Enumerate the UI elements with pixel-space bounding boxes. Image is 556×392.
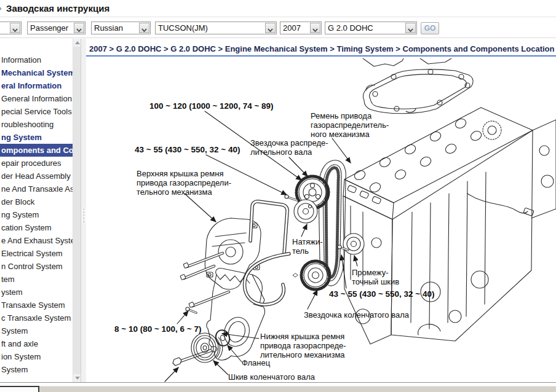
bottom-scrollbar[interactable]: [0, 386, 556, 392]
sidebar-item[interactable]: epair procedures: [0, 157, 73, 170]
sidebar-scrollbar[interactable]: [73, 39, 81, 382]
sidebar-item[interactable]: ne And Transaxle As: [0, 182, 73, 195]
sidebar-item[interactable]: der Head Assembly: [0, 170, 73, 182]
sidebar-item[interactable]: ng System: [0, 208, 73, 221]
sidebar-item-selected[interactable]: omponents and Co: [0, 144, 73, 157]
sidebar-item[interactable]: ft and axle: [0, 337, 73, 350]
sidebar-item[interactable]: Electrical System: [0, 247, 73, 260]
content-pane: 2007 > G 2.0 DOHC > G 2.0 DOHC > Engine …: [86, 39, 556, 382]
sidebar-item[interactable]: Mechanical System: [0, 66, 73, 79]
torque-spec-label: 43 ~ 55 (430 ~ 550, 32 ~ 40): [135, 145, 240, 154]
timing-system-diagram: 100 ~ 120 (1000 ~ 1200, 74 ~ 89) 43 ~ 55…: [86, 58, 556, 382]
upper-cover-label: Верхняя крышка ремня привода газораспред…: [137, 169, 231, 197]
sidebar-item[interactable]: roubleshooting: [0, 118, 73, 131]
tensioner-label: Натяжи- тель: [292, 237, 323, 256]
breadcrumb: 2007 > G 2.0 DOHC > G 2.0 DOHC > Engine …: [89, 44, 554, 53]
sidebar-item[interactable]: cation System: [0, 221, 73, 234]
go-button[interactable]: GO: [421, 22, 439, 34]
app-window: › Заводская инструкция Passenger Russian…: [0, 0, 556, 392]
chevron-down-icon[interactable]: [265, 23, 276, 33]
sidebar-item[interactable]: System: [0, 324, 73, 337]
sidebar-item[interactable]: ng System: [0, 131, 73, 144]
chevron-down-icon[interactable]: [139, 23, 149, 33]
language-select-value: Russian: [94, 23, 138, 34]
idler-pulley-label: Промежу- точный шкив: [352, 268, 399, 286]
grip-dots-icon[interactable]: [82, 208, 85, 224]
timing-belt-label: Ремень привода газораспределитель- ного …: [311, 111, 389, 139]
year-select-value: 2007: [283, 23, 309, 34]
sidebar-item[interactable]: e And Exhaust Syste: [0, 234, 73, 247]
sidebar-item[interactable]: tem: [0, 273, 73, 286]
sidebar-item[interactable]: ystem: [0, 286, 73, 299]
sidebar-item[interactable]: c Transaxle System: [0, 312, 73, 324]
sidebar-item[interactable]: eral Information: [0, 79, 73, 92]
torque-spec-label: 100 ~ 120 (1000 ~ 1200, 74 ~ 89): [149, 101, 274, 111]
vehicle-selector-toolbar: Passenger Russian TUCSON(JM) 2007 G 2.0 …: [0, 18, 556, 38]
sidebar-item[interactable]: ion System: [0, 350, 73, 363]
language-select[interactable]: Russian: [91, 22, 151, 34]
sidebar-item[interactable]: Transaxle System: [0, 299, 73, 312]
sidebar-item[interactable]: General Information: [0, 92, 73, 105]
engine-select[interactable]: G 2.0 DOHC: [325, 22, 417, 34]
sidebar-item[interactable]: n Control System: [0, 260, 73, 273]
sidebar-item[interactable]: pecial Service Tools: [0, 105, 73, 118]
lower-cover-label: Нижняя крышка ремня привода газораспреде…: [260, 332, 346, 359]
region-select[interactable]: [0, 22, 22, 34]
flange-label: Фланец: [242, 358, 270, 367]
model-select[interactable]: TUCSON(JM): [155, 22, 277, 34]
torque-spec-label: 43 ~ 55 (430 ~ 550, 32 ~ 40): [329, 289, 435, 299]
type-select-value: Passenger: [30, 23, 73, 34]
chevron-down-icon[interactable]: [10, 23, 20, 33]
sidebar-item[interactable]: Information: [0, 53, 73, 66]
model-select-value: TUCSON(JM): [158, 23, 264, 34]
bottom-scrollbar-thumb[interactable]: [0, 386, 39, 392]
frame-border: [0, 382, 556, 383]
type-select[interactable]: Passenger: [27, 22, 85, 34]
page-title: Заводская инструкция: [6, 3, 109, 14]
chevron-down-icon[interactable]: [74, 23, 84, 33]
crank-pulley-label: Шкив коленчатого вала: [228, 372, 315, 382]
breadcrumb-chevron-icon: ›: [0, 3, 2, 13]
chevron-down-icon[interactable]: [310, 23, 320, 33]
sidebar-item[interactable]: System: [0, 363, 73, 376]
torque-spec-label: 8 ~ 10 (80 ~ 100, 6 ~ 7): [114, 324, 201, 334]
title-bar: › Заводская инструкция: [0, 0, 556, 17]
pane-splitter[interactable]: [81, 39, 86, 382]
chevron-down-icon[interactable]: [405, 23, 416, 33]
sidebar-item[interactable]: der Block: [0, 195, 73, 208]
breadcrumb-divider: [86, 55, 556, 57]
camshaft-sprocket-label: Звездочка распреде- лительного вала: [250, 138, 328, 157]
engine-select-value: G 2.0 DOHC: [328, 23, 405, 34]
navigation-sidebar: Information Mechanical System eral Infor…: [0, 39, 73, 382]
crank-sprocket-label: Звездочка коленчатого вала: [304, 310, 409, 319]
year-select[interactable]: 2007: [280, 22, 322, 34]
